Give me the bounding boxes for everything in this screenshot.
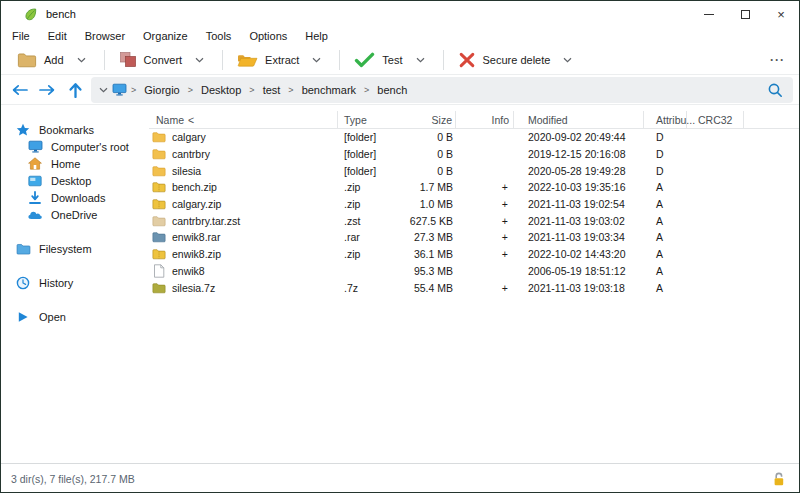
chevron-down-icon[interactable] [563, 57, 572, 63]
up-button[interactable] [61, 77, 89, 103]
file-row-cantrbry-tar-zst[interactable]: cantrbry.tar.zst.zst627.5 KB+2021-11-03 … [149, 212, 799, 229]
file-type: .zip [338, 248, 406, 260]
file-attributes: A [644, 198, 687, 210]
test-icon [354, 52, 375, 68]
file-name: silesia [172, 165, 201, 177]
file-name: silesia.7z [172, 282, 215, 294]
sidebar-item-filesystem[interactable]: Filesystem [15, 240, 149, 257]
sidebar-item-open[interactable]: Open [15, 308, 149, 325]
file-name: bench.zip [172, 181, 217, 193]
menu-item-options[interactable]: Options [240, 27, 296, 45]
file-name: cantrbry [172, 148, 210, 160]
file-row-calgary[interactable]: calgary[folder]0 B2020-09-02 20:49:44D [149, 129, 799, 146]
close-button[interactable]: × [763, 1, 799, 27]
sidebar: BookmarksComputer's rootHomeDesktopDownl… [1, 105, 149, 463]
arrow-up-icon [69, 82, 82, 98]
chevron-down-icon[interactable] [77, 57, 86, 63]
title-bar: bench × [1, 1, 799, 27]
sidebar-item-home[interactable]: Home [15, 155, 149, 172]
chevron-down-icon[interactable] [416, 57, 425, 63]
address-bar: >Giorgio>Desktop>test>benchmark>bench [1, 75, 799, 105]
breadcrumb: >Giorgio>Desktop>test>benchmark>bench [91, 77, 793, 103]
toolbar-separator [222, 50, 223, 70]
7z-file-icon [151, 282, 166, 294]
file-type: [folder] [338, 148, 406, 160]
secure-delete-icon [458, 52, 476, 68]
menu-bar: FileEditBrowserOrganizeToolsOptionsHelp [1, 27, 799, 45]
breadcrumb-segment-test[interactable]: test [255, 84, 289, 96]
file-attributes: A [644, 231, 687, 243]
rar-file-icon [151, 231, 166, 243]
chevron-down-icon[interactable] [195, 57, 204, 63]
menu-item-organize[interactable]: Organize [134, 27, 197, 45]
maximize-button[interactable] [727, 1, 763, 27]
arrow-left-icon [11, 84, 28, 96]
sidebar-item-onedrive[interactable]: OneDrive [15, 206, 149, 223]
home-icon [27, 157, 43, 170]
search-button[interactable] [767, 82, 785, 98]
column-header-type[interactable]: Type [338, 111, 406, 128]
file-row-enwik8-zip[interactable]: enwik8.zip.zip36.1 MB+2022-10-02 14:43:2… [149, 246, 799, 263]
sidebar-item-bookmarks[interactable]: Bookmarks [15, 121, 149, 138]
file-info: + [456, 181, 514, 193]
column-header-info[interactable]: Info [456, 111, 514, 128]
desktop-icon [27, 175, 43, 187]
file-row-silesia-7z[interactable]: silesia.7z.7z55.4 MB+2021-11-03 19:03:18… [149, 279, 799, 296]
menu-item-file[interactable]: File [3, 27, 39, 45]
breadcrumb-segment-bench[interactable]: bench [369, 84, 415, 96]
file-row-silesia[interactable]: silesia[folder]0 B2020-05-28 19:49:28D [149, 162, 799, 179]
file-size: 0 B [406, 165, 456, 177]
breadcrumb-dropdown[interactable] [99, 87, 108, 93]
breadcrumb-segment-benchmark[interactable]: benchmark [294, 84, 364, 96]
menu-item-edit[interactable]: Edit [39, 27, 76, 45]
column-header-crc32[interactable]: CRC32 [687, 111, 744, 128]
file-info: + [456, 282, 514, 294]
computer-icon[interactable] [112, 83, 127, 96]
column-header-modified[interactable]: Modified [514, 111, 644, 128]
toolbar-button-extract[interactable]: Extract [231, 49, 331, 71]
star-icon [15, 123, 31, 137]
file-row-calgary-zip[interactable]: calgary.zip.zip1.0 MB+2021-11-03 19:02:5… [149, 196, 799, 213]
toolbar-separator [443, 50, 444, 70]
file-row-bench-zip[interactable]: bench.zip.zip1.7 MB+2022-10-03 19:35:16A [149, 179, 799, 196]
file-row-enwik8[interactable]: enwik895.3 MB2006-05-19 18:51:12A [149, 263, 799, 280]
file-attributes: D [644, 131, 687, 143]
folder-file-icon [151, 131, 166, 143]
file-modified: 2021-11-03 19:03:02 [514, 215, 644, 227]
toolbar-more-button[interactable]: ··· [770, 53, 785, 67]
chevron-down-icon[interactable] [312, 57, 321, 63]
computer-icon [27, 140, 43, 153]
sidebar-item-downloads[interactable]: Downloads [15, 189, 149, 206]
sidebar-item-computer-s-root[interactable]: Computer's root [15, 138, 149, 155]
file-modified: 2021-11-03 19:02:54 [514, 198, 644, 210]
file-name: enwik8 [172, 265, 205, 277]
breadcrumb-segment-desktop[interactable]: Desktop [193, 84, 249, 96]
menu-item-browser[interactable]: Browser [76, 27, 134, 45]
toolbar-button-secure-delete[interactable]: Secure delete [452, 49, 583, 71]
file-row-enwik8-rar[interactable]: enwik8.rar.rar27.3 MB+2021-11-03 19:03:3… [149, 229, 799, 246]
peazip-window: bench × FileEditBrowserOrganizeToolsOpti… [0, 0, 800, 493]
forward-button[interactable] [33, 77, 61, 103]
sidebar-item-history[interactable]: History [15, 274, 149, 291]
toolbar-button-test[interactable]: Test [348, 49, 434, 71]
file-row-cantrbry[interactable]: cantrbry[folder]0 B2019-12-15 20:16:08D [149, 146, 799, 163]
open-padlock-icon[interactable] [772, 472, 785, 487]
back-button[interactable] [5, 77, 33, 103]
toolbar-button-convert[interactable]: Convert [113, 48, 215, 71]
search-icon [767, 82, 783, 98]
menu-item-tools[interactable]: Tools [197, 27, 241, 45]
file-name: cantrbry.tar.zst [172, 215, 240, 227]
column-header-attributes[interactable]: Attribu... [644, 111, 687, 128]
file-type: [folder] [338, 165, 406, 177]
breadcrumb-segment-giorgio[interactable]: Giorgio [136, 84, 187, 96]
minimize-button[interactable] [691, 1, 727, 27]
column-header-size[interactable]: Size [406, 111, 456, 128]
toolbar-button-add[interactable]: Add [11, 49, 96, 71]
toolbar-separator [104, 50, 105, 70]
sidebar-item-desktop[interactable]: Desktop [15, 172, 149, 189]
column-header-name[interactable]: Name < [149, 111, 338, 128]
extract-icon [237, 52, 258, 68]
file-attributes: A [644, 181, 687, 193]
file-list: Name < Type Size Info Modified Attribu..… [149, 105, 799, 463]
menu-item-help[interactable]: Help [296, 27, 337, 45]
